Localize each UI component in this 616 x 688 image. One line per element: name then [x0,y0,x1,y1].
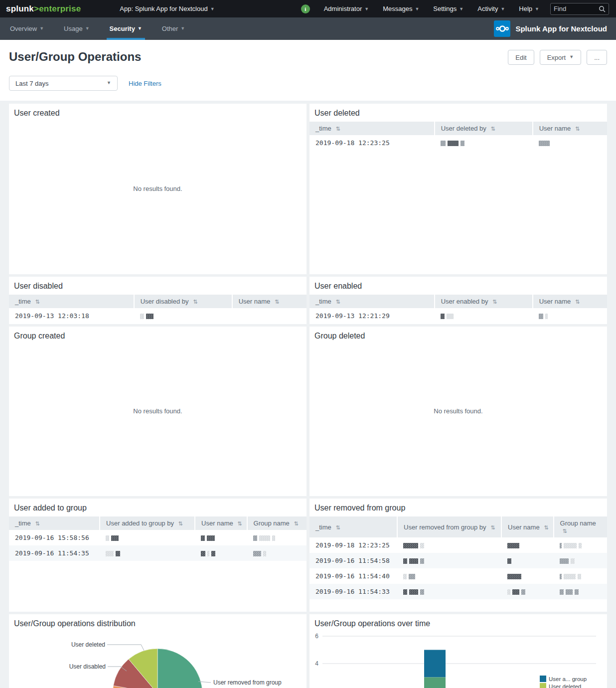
column-header[interactable]: User name ⇅ [533,122,607,135]
edit-button[interactable]: Edit [508,50,534,65]
redacted-cell [397,584,501,599]
timerange-picker[interactable]: Last 7 days▼ [9,76,118,91]
panel-user-added-to-group: User added to group _time ⇅User added to… [9,499,307,612]
redacted-cell [533,135,607,151]
column-header[interactable]: User name ⇅ [232,295,307,308]
app-menu[interactable]: App: Splunk App for Nextcloud▼ [120,5,214,12]
menu-activity[interactable]: Activity▼ [470,5,512,12]
column-header[interactable]: _time ⇅ [9,516,100,530]
menu-messages[interactable]: Messages▼ [376,5,426,12]
tab-security[interactable]: Security▼ [100,17,152,40]
sort-icon[interactable]: ⇅ [492,299,497,305]
column-header[interactable]: _time ⇅ [309,516,397,537]
chevron-down-icon: ▼ [500,6,505,11]
splunk-logo[interactable]: splunk>enterprise [6,4,81,14]
table-row[interactable]: 2019-09-13 12:21:29 [309,308,607,324]
table-row[interactable]: 2019-09-18 12:23:25 [309,537,607,553]
time-cell: 2019-09-16 11:54:33 [309,584,397,599]
no-results-message: No results found. [309,407,607,415]
sort-icon[interactable]: ⇅ [575,126,580,132]
chevron-down-icon: ▼ [138,26,142,31]
sort-icon[interactable]: ⇅ [193,299,197,305]
column-header[interactable]: Group name ⇅ [554,516,607,537]
table-row[interactable]: 2019-09-16 11:54:40 [309,568,607,584]
panel-title: User created [9,104,307,122]
search-input[interactable] [554,5,599,12]
dashboard: User created No results found. User dele… [0,101,616,688]
column-header[interactable]: _time ⇅ [309,122,435,135]
table-row[interactable]: 2019-09-13 12:03:18 [9,308,307,324]
panel-title: User added to group [9,499,307,516]
column-header[interactable]: Group name ⇅ [247,516,307,530]
bar-segment [424,678,446,688]
column-header[interactable]: User removed from group by ⇅ [397,516,501,537]
panel-title: User removed from group [309,499,607,516]
redacted-cell [554,568,607,584]
column-header[interactable]: User disabled by ⇅ [134,295,232,308]
column-header[interactable]: User enabled by ⇅ [435,295,533,308]
redacted-cell [501,584,553,599]
sort-icon[interactable]: ⇅ [294,520,298,526]
more-button[interactable]: ... [587,50,607,65]
sort-icon[interactable]: ⇅ [178,520,183,526]
redacted-cell [554,553,607,568]
redacted-cell [397,537,501,553]
chevron-down-icon: ▼ [459,6,463,11]
menu-administrator[interactable]: Administrator▼ [317,5,376,12]
info-icon[interactable]: i [301,4,310,13]
sort-icon[interactable]: ⇅ [544,524,548,530]
sort-icon[interactable]: ⇅ [335,126,340,132]
legend-label: User a... group [549,676,587,682]
table-row[interactable]: 2019-09-16 11:54:33 [309,584,607,599]
hide-filters-link[interactable]: Hide Filters [129,80,161,87]
column-header[interactable]: _time ⇅ [309,295,435,308]
bar-chart[interactable]: 642User a... groupUser deletedUser disab… [309,632,607,688]
panel-user-created: User created No results found. [9,104,307,274]
panel-title: User disabled [9,277,307,295]
sort-icon[interactable]: ⇅ [35,520,39,526]
redacted-cell [247,530,307,545]
column-header[interactable]: User deleted by ⇅ [435,122,533,135]
panel-title: Group deleted [309,327,607,344]
table-row[interactable]: 2019-09-16 11:54:58 [309,553,607,568]
panel-title: User/Group operations over time [309,614,607,632]
column-header[interactable]: User name ⇅ [533,295,607,308]
column-header[interactable]: User name ⇅ [195,516,247,530]
column-header[interactable]: _time ⇅ [9,295,134,308]
sort-icon[interactable]: ⇅ [237,520,242,526]
redacted-cell [100,545,195,561]
menu-help[interactable]: Help▼ [512,5,546,12]
column-header[interactable]: User name ⇅ [501,516,553,537]
filter-bar: Last 7 days▼ Hide Filters [0,70,616,101]
sort-icon[interactable]: ⇅ [563,528,567,534]
page-title: User/Group Operations [9,50,141,64]
sort-icon[interactable]: ⇅ [575,299,580,305]
tab-overview[interactable]: Overview▼ [0,17,54,40]
sort-icon[interactable]: ⇅ [490,524,495,530]
chevron-down-icon: ▼ [364,6,369,11]
export-button[interactable]: Export▼ [540,50,582,65]
column-header[interactable]: User added to group by ⇅ [100,516,195,530]
legend-swatch [540,676,546,682]
sort-icon[interactable]: ⇅ [35,299,39,305]
redacted-cell [195,530,247,545]
sort-icon[interactable]: ⇅ [335,524,340,530]
nextcloud-logo-icon [494,20,510,37]
time-cell: 2019-09-13 12:21:29 [309,308,435,324]
tab-usage[interactable]: Usage▼ [54,17,100,40]
pie-chart[interactable]: User deletedUser disabledUser removed fr… [9,632,307,688]
table-row[interactable]: 2019-09-16 15:58:56 [9,530,307,545]
results-table: _time ⇅User enabled by ⇅User name ⇅2019-… [309,295,607,324]
redacted-cell [501,568,553,584]
time-cell: 2019-09-16 11:54:40 [309,568,397,584]
sort-icon[interactable]: ⇅ [335,299,340,305]
sort-icon[interactable]: ⇅ [275,299,279,305]
tab-other[interactable]: Other▼ [152,17,195,40]
results-table: _time ⇅User added to group by ⇅User name… [9,516,307,561]
table-row[interactable]: 2019-09-18 12:23:25 [309,135,607,151]
table-row[interactable]: 2019-09-16 11:54:35 [9,545,307,561]
find-search-box[interactable] [550,3,609,15]
menu-settings[interactable]: Settings▼ [426,5,470,12]
pie-label: User removed from group [213,679,282,686]
sort-icon[interactable]: ⇅ [490,126,495,132]
